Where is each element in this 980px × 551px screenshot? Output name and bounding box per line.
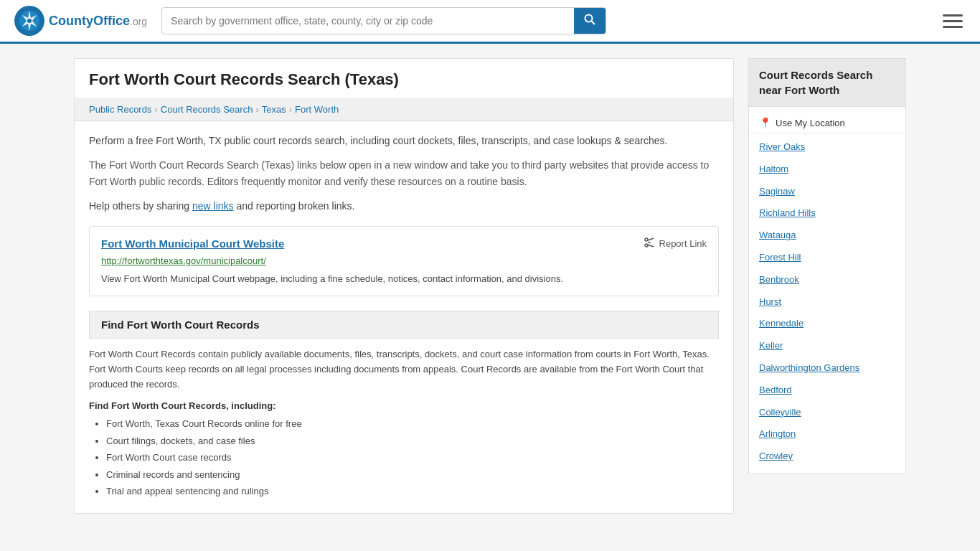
report-icon [644,237,655,251]
breadcrumb-sep: › [255,104,258,115]
main-layout: Fort Worth Court Records Search (Texas) … [60,44,920,528]
sidebar-header: Court Records Search near Fort Worth [748,58,906,107]
logo-text: CountyOffice.org [49,14,147,29]
header: CountyOffice.org [0,0,980,44]
sidebar-links: River OaksHaltomSaginawRichland HillsWat… [749,136,905,468]
section-body-text: Fort Worth Court Records contain publicl… [89,347,719,392]
logo-icon [14,6,44,36]
sidebar-body: 📍 Use My Location River OaksHaltomSagina… [748,107,906,474]
breadcrumb-link-court-records[interactable]: Court Records Search [161,104,253,115]
new-links-link[interactable]: new links [192,200,234,212]
breadcrumb-sep: › [289,104,292,115]
svg-line-9 [648,245,654,247]
info-text: The Fort Worth Court Records Search (Tex… [89,157,719,189]
sidebar-link[interactable]: Crowley [749,446,905,468]
body-content: Perform a free Fort Worth, TX public cou… [75,121,733,513]
location-icon: 📍 [759,117,771,128]
list-item: Fort Worth, Texas Court Records online f… [106,417,719,431]
sidebar-link[interactable]: River Oaks [749,136,905,159]
svg-point-7 [645,244,648,247]
sidebar-link[interactable]: Bedford [749,380,905,402]
hamburger-line [943,14,963,17]
sidebar: Court Records Search near Fort Worth 📍 U… [748,58,906,514]
svg-point-6 [645,238,648,241]
sidebar-link[interactable]: Keller [749,335,905,357]
hamburger-menu-button[interactable] [940,11,966,31]
section-box-title: Find Fort Worth Court Records [101,319,260,331]
breadcrumb: Public Records › Court Records Search › … [75,98,733,121]
svg-line-5 [592,22,595,25]
breadcrumb-link-texas[interactable]: Texas [262,104,286,115]
use-location-label: Use My Location [776,118,845,128]
sidebar-link[interactable]: Haltom [749,159,905,181]
list-title: Find Fort Worth Court Records, including… [89,400,719,411]
intro-text: Perform a free Fort Worth, TX public cou… [89,133,719,149]
sidebar-link[interactable]: Arlington [749,423,905,446]
logo[interactable]: CountyOffice.org [14,6,147,36]
sidebar-link[interactable]: Hurst [749,291,905,314]
search-button[interactable] [574,8,606,34]
hamburger-line [943,20,963,22]
sidebar-link[interactable]: Kennedale [749,313,905,335]
sidebar-link[interactable]: Dalworthington Gardens [749,357,905,380]
svg-line-8 [648,238,654,240]
report-link-label: Report Link [659,238,707,249]
content-area: Fort Worth Court Records Search (Texas) … [74,58,734,514]
page-title-bar: Fort Worth Court Records Search (Texas) [75,59,733,98]
list-item: Trial and appeal sentencing and rulings [106,484,719,499]
page-title: Fort Worth Court Records Search (Texas) [89,70,719,89]
sidebar-link[interactable]: Benbrook [749,269,905,291]
records-list: Fort Worth, Texas Court Records online f… [89,417,719,499]
report-link[interactable]: Report Link [644,237,707,251]
sidebar-link[interactable]: Richland Hills [749,202,905,225]
sidebar-link[interactable]: Watauga [749,225,905,247]
sidebar-link[interactable]: Forest Hill [749,247,905,269]
svg-point-4 [585,15,593,22]
section-box: Find Fort Worth Court Records [89,311,719,339]
breadcrumb-sep: › [154,104,157,115]
breadcrumb-link-fort-worth[interactable]: Fort Worth [295,104,339,115]
link-card-title[interactable]: Fort Worth Municipal Court Website [101,237,284,250]
hamburger-line [943,26,963,28]
link-url[interactable]: http://fortworthtexas.gov/municipalcourt… [101,255,707,266]
search-input[interactable] [162,9,574,32]
sidebar-link[interactable]: Colleyville [749,402,905,424]
help-text: Help others by sharing new links and rep… [89,198,719,214]
breadcrumb-link-public-records[interactable]: Public Records [89,104,151,115]
list-item: Court filings, dockets, and case files [106,434,719,448]
search-bar [161,7,606,34]
svg-point-3 [27,19,32,23]
link-description: View Fort Worth Municipal Court webpage,… [101,272,707,286]
link-card-header: Fort Worth Municipal Court Website [101,237,707,251]
list-item: Fort Worth Court case records [106,451,719,465]
list-item: Criminal records and sentencing [106,468,719,482]
sidebar-link[interactable]: Saginaw [749,181,905,203]
link-card: Fort Worth Municipal Court Website [89,226,719,297]
use-my-location[interactable]: 📍 Use My Location [749,113,905,133]
